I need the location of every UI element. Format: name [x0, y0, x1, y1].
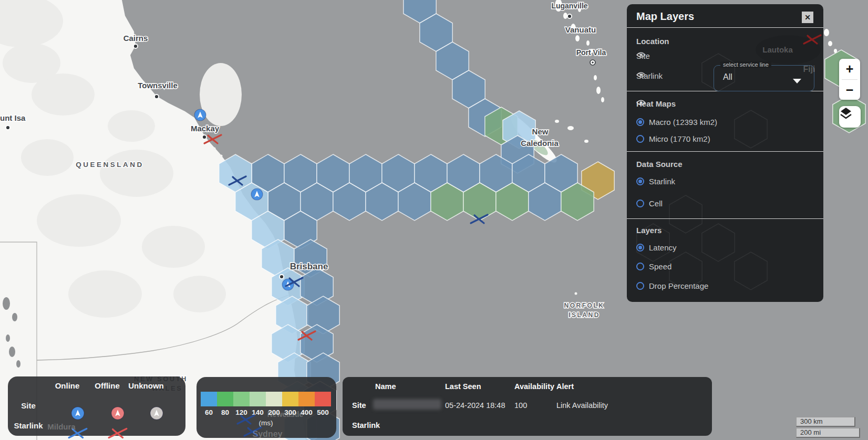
radio-label: Starlink	[649, 177, 675, 186]
city-dot	[280, 275, 284, 279]
radio-icon[interactable]	[636, 135, 644, 143]
radio-speed[interactable]: Speed	[636, 262, 671, 271]
site-marker-icon[interactable]	[71, 407, 84, 420]
toggle-site[interactable]: Site	[636, 51, 650, 60]
radio-macro[interactable]: Macro (12393 km2)	[636, 118, 717, 127]
col-online: Online	[55, 381, 80, 390]
city-dot	[133, 44, 138, 48]
scale-segment	[201, 392, 217, 406]
header-last-seen: Last Seen	[445, 382, 481, 391]
status-legend: Online Offline Unknown Site Starlink	[8, 376, 185, 436]
scale-segment	[217, 392, 233, 406]
redacted-site-name	[373, 399, 441, 410]
scale-tick-label: 500	[315, 408, 331, 416]
map-label: ISLAND	[569, 311, 600, 319]
site-availability: 100	[514, 401, 527, 410]
site-marker-icon[interactable]	[150, 407, 163, 420]
color-scale-labels: 6080120140200300400500	[201, 408, 331, 416]
site-alert: Link Availability	[556, 401, 608, 410]
island	[594, 75, 597, 80]
radio-cell-source[interactable]: Cell	[636, 199, 663, 208]
island	[575, 35, 580, 41]
starlink-icon[interactable]	[109, 429, 127, 438]
radio-icon[interactable]	[636, 200, 644, 207]
row-label-starlink: Starlink	[352, 421, 380, 429]
section-layers: Layers	[636, 226, 662, 235]
scale-tick-label: 200	[266, 408, 282, 416]
latency-scale-legend: 6080120140200300400500 (ms)	[197, 377, 336, 438]
scale-tick-label: 140	[250, 408, 266, 416]
chevron-down-icon[interactable]	[793, 79, 801, 83]
radio-label: Macro (12393 km2)	[649, 118, 717, 127]
starlink-icon[interactable]	[69, 429, 87, 438]
map-label: unt Isa	[0, 113, 26, 122]
section-location: Location	[636, 37, 669, 46]
radio-icon[interactable]	[636, 177, 644, 185]
row-label-site: Site	[352, 401, 366, 410]
scale-bar-mi: 200 mi	[796, 428, 860, 438]
radio-starlink-source[interactable]: Starlink	[636, 177, 675, 186]
header-name: Name	[375, 382, 396, 391]
scale-tick-label: 120	[233, 408, 250, 416]
layers-button[interactable]	[839, 106, 861, 128]
eye-icon	[636, 51, 646, 58]
city-dot	[567, 14, 572, 18]
service-line-value: All	[723, 72, 732, 82]
island	[555, 120, 559, 123]
terrain-patch	[173, 276, 226, 312]
section-heat-maps: Heat Maps	[636, 99, 676, 108]
scale-bar-km: 300 km	[796, 417, 855, 427]
radio-label: Micro (1770 km2)	[649, 134, 710, 143]
terrain-patch	[21, 139, 74, 176]
scale-segment	[233, 392, 250, 406]
scale-segment	[315, 392, 331, 406]
divider	[627, 218, 823, 219]
scale-tick-label: 80	[217, 408, 233, 416]
lake	[9, 347, 15, 357]
zoom-out-button[interactable]: −	[839, 80, 860, 100]
island	[828, 41, 832, 46]
map-application: CairnsTownsvilleMackayBrisbaneunt IsaLug…	[0, 0, 868, 440]
zoom-in-button[interactable]: +	[839, 59, 860, 79]
radio-latency[interactable]: Latency	[636, 243, 677, 252]
divider	[627, 27, 823, 28]
map-label: Cairns	[123, 34, 148, 43]
terrain-patch	[200, 63, 242, 126]
city-dot	[154, 95, 159, 99]
header-availability: Availability	[514, 382, 554, 391]
island	[596, 87, 601, 94]
lake	[3, 297, 10, 310]
eye-icon	[636, 71, 646, 78]
radio-icon[interactable]	[636, 282, 644, 290]
islet	[575, 292, 577, 295]
header-alert: Alert	[556, 382, 574, 391]
color-scale-bar	[201, 392, 331, 406]
scale-segment	[282, 392, 298, 406]
radio-label: Cell	[649, 199, 663, 208]
map-label: Vanuatu	[565, 25, 596, 34]
map-label: Mackay	[191, 124, 220, 133]
map-label: New	[532, 127, 549, 136]
terrain-patch	[37, 194, 121, 247]
radio-icon[interactable]	[636, 118, 644, 126]
eye-icon	[636, 99, 646, 106]
island	[601, 97, 604, 102]
lake	[16, 360, 20, 368]
col-offline: Offline	[95, 381, 120, 390]
map-layers-panel: Map Layers ✕ Location Site Starlink sele…	[627, 4, 823, 302]
map-label: QUEENSLAND	[76, 161, 144, 169]
toggle-starlink[interactable]: Starlink	[636, 71, 663, 80]
zoom-control: + −	[839, 59, 860, 100]
radio-label: Drop Percentage	[649, 281, 708, 290]
radio-icon[interactable]	[636, 263, 644, 270]
radio-drop-percentage[interactable]: Drop Percentage	[636, 281, 708, 290]
site-last-seen: 05-24-2024 18:48	[445, 401, 505, 410]
section-data-source: Data Source	[636, 160, 683, 169]
radio-micro[interactable]: Micro (1770 km2)	[636, 134, 710, 143]
terrain-patch	[68, 270, 142, 318]
selection-info-table: Name Last Seen Availability Alert Site 0…	[343, 377, 712, 436]
radio-icon[interactable]	[636, 244, 644, 252]
site-marker-icon[interactable]	[111, 407, 124, 420]
close-icon[interactable]: ✕	[802, 12, 813, 23]
capital-dot-core	[592, 61, 594, 64]
